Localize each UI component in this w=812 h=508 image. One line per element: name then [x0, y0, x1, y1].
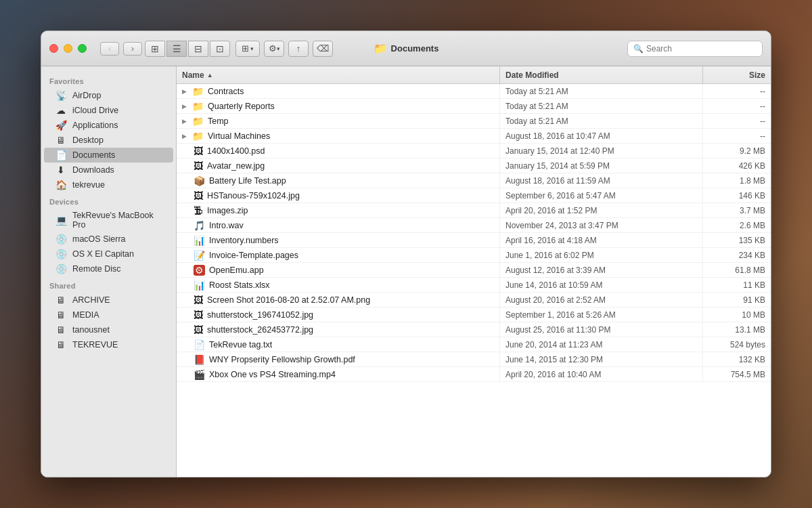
file-name-cell: 📊 Inventory.numbers [177, 233, 500, 247]
sidebar-item-osx[interactable]: 💿 OS X El Capitan [44, 247, 173, 261]
search-input[interactable] [646, 44, 757, 54]
file-date-cell: April 16, 2016 at 4:18 AM [500, 233, 703, 247]
gear-icon: ⚙ [269, 43, 277, 54]
sidebar-item-tekrevue[interactable]: 🏠 tekrevue [44, 177, 173, 192]
sidebar-label-icloud: iCloud Drive [72, 106, 118, 115]
main-content: Favorites 📡 AirDrop ☁ iCloud Drive 🚀 App… [41, 66, 771, 477]
close-button[interactable] [49, 44, 58, 53]
size-col-label: Size [749, 70, 765, 80]
arrange-button[interactable]: ⊞ ▾ [235, 41, 260, 57]
table-row[interactable]: ▶ 📁 Quarterly Reports Today at 5:21 AM -… [177, 99, 771, 114]
sort-arrow-icon: ▲ [207, 72, 213, 79]
file-name-cell: 📦 Battery Life Test.app [177, 173, 500, 188]
sidebar-icon-remote: 💿 [55, 263, 67, 274]
column-view-icon: ⊟ [194, 43, 202, 54]
back-button[interactable]: ‹ [100, 42, 119, 56]
table-row[interactable]: 🖼 Screen Shot 2016-08-20 at 2.52.07 AM.p… [177, 293, 771, 308]
size-column-header[interactable]: Size [703, 66, 771, 83]
sidebar-item-documents[interactable]: 📄 Documents [44, 148, 173, 163]
forward-icon: › [131, 44, 134, 54]
file-date-cell: September 1, 2016 at 5:26 AM [500, 308, 703, 322]
sidebar-item-archive[interactable]: 🖥 ARCHIVE [44, 293, 173, 308]
shared-header: Shared [41, 276, 176, 293]
sidebar-icon-downloads: ⬇ [55, 165, 67, 175]
sidebar-item-macbook[interactable]: 💻 TekRevue's MacBook Pro [44, 209, 173, 232]
table-row[interactable]: ▶ 📁 Temp Today at 5:21 AM -- [177, 114, 771, 129]
sidebar-item-applications[interactable]: 🚀 Applications [44, 118, 173, 133]
coverflow-view-button[interactable]: ⊡ [210, 41, 230, 57]
file-size-cell: 11 KB [703, 278, 771, 292]
coverflow-view-icon: ⊡ [216, 43, 224, 54]
sidebar-label-macbook: TekRevue's MacBook Pro [72, 211, 165, 230]
toolbar-nav: ‹ › [100, 42, 142, 56]
table-row[interactable]: 📊 Inventory.numbers April 16, 2016 at 4:… [177, 233, 771, 248]
table-row[interactable]: 🎵 Intro.wav November 24, 2013 at 3:47 PM… [177, 218, 771, 233]
file-name-cell: 🖼 HSTanous-759x1024.jpg [177, 188, 500, 203]
table-row[interactable]: 🖼 shutterstock_196741052.jpg September 1… [177, 308, 771, 322]
sidebar-label-tekrevue: tekrevue [72, 180, 105, 190]
sidebar-item-downloads[interactable]: ⬇ Downloads [44, 163, 173, 177]
list-view-button[interactable]: ☰ [166, 41, 187, 57]
column-view-button[interactable]: ⊟ [188, 41, 208, 57]
minimize-button[interactable] [64, 44, 72, 53]
sidebar-item-airdrop[interactable]: 📡 AirDrop [44, 88, 173, 103]
file-date-cell: June 1, 2016 at 6:02 PM [500, 248, 703, 262]
sidebar-item-desktop[interactable]: 🖥 Desktop [44, 133, 173, 148]
action-button[interactable]: ⚙ ▾ [264, 41, 284, 57]
sidebar-label-tanousnet: tanousnet [72, 325, 110, 335]
sidebar-label-osx: OS X El Capitan [72, 249, 134, 259]
table-row[interactable]: ▶ 📁 Contracts Today at 5:21 AM -- [177, 84, 771, 99]
sidebar-icon-tanousnet: 🖥 [55, 324, 67, 335]
table-row[interactable]: ▶ 📁 Virtual Machines August 18, 2016 at … [177, 129, 771, 144]
table-row[interactable]: 🖼 HSTanous-759x1024.jpg September 6, 201… [177, 188, 771, 203]
table-row[interactable]: 📦 Battery Life Test.app August 18, 2016 … [177, 173, 771, 188]
table-row[interactable]: 🖼 1400x1400.psd January 15, 2014 at 12:4… [177, 144, 771, 158]
date-column-header[interactable]: Date Modified [500, 66, 703, 83]
sidebar-item-media[interactable]: 🖥 MEDIA [44, 308, 173, 322]
file-type-icon: 📊 [194, 235, 205, 246]
file-date-cell: November 24, 2013 at 3:47 PM [500, 218, 703, 232]
sidebar-shared: 🖥 ARCHIVE 🖥 MEDIA 🖥 tanousnet 🖥 TEKREVUE [41, 293, 176, 352]
table-row[interactable]: 🖼 Avatar_new.jpg January 15, 2014 at 5:5… [177, 158, 771, 173]
search-bar[interactable]: 🔍 [627, 41, 763, 57]
table-row[interactable]: 🖼 shutterstock_262453772.jpg August 25, … [177, 322, 771, 337]
table-row[interactable]: 📝 Invoice-Template.pages June 1, 2016 at… [177, 248, 771, 263]
file-name-cell: 📊 Roost Stats.xlsx [177, 278, 500, 292]
sidebar-label-documents: Documents [72, 150, 115, 160]
sidebar-item-macos[interactable]: 💿 macOS Sierra [44, 232, 173, 247]
file-size-cell: 146 KB [703, 188, 771, 203]
sidebar-label-downloads: Downloads [72, 165, 114, 175]
sidebar-item-remote[interactable]: 💿 Remote Disc [44, 261, 173, 276]
table-row[interactable]: 🎬 Xbox One vs PS4 Streaming.mp4 April 20… [177, 367, 771, 382]
table-row[interactable]: 📕 WNY Propserity Fellowship Growth.pdf J… [177, 352, 771, 367]
icon-view-button[interactable]: ⊞ [145, 41, 165, 57]
file-name-cell: ▶ 📁 Contracts [177, 84, 500, 98]
table-row[interactable]: 🗜 Images.zip April 20, 2016 at 1:52 PM 3… [177, 203, 771, 218]
title-folder-icon: 📁 [374, 42, 387, 55]
forward-button[interactable]: › [123, 42, 142, 56]
sidebar-item-tekrevue2[interactable]: 🖥 TEKREVUE [44, 337, 173, 352]
sidebar-icon-osx: 💿 [55, 249, 67, 259]
name-column-header[interactable]: Name ▲ [177, 66, 500, 83]
file-name-text: Images.zip [207, 206, 248, 215]
sidebar-label-remote: Remote Disc [72, 264, 121, 274]
file-name-text: WNY Propserity Fellowship Growth.pdf [209, 355, 355, 364]
table-row[interactable]: 📄 TekRevue tag.txt June 20, 2014 at 11:2… [177, 337, 771, 352]
sidebar-icon-airdrop: 📡 [55, 90, 67, 101]
sidebar-item-icloud[interactable]: ☁ iCloud Drive [44, 103, 173, 118]
file-name-text: 1400x1400.psd [207, 146, 265, 156]
table-row[interactable]: 📊 Roost Stats.xlsx June 14, 2016 at 10:5… [177, 278, 771, 293]
maximize-button[interactable] [78, 44, 87, 53]
back-icon: ‹ [108, 44, 111, 54]
file-name-text: Invoice-Template.pages [209, 251, 298, 260]
file-size-cell: 61.8 MB [703, 263, 771, 277]
share-button[interactable]: ↑ [288, 41, 309, 57]
file-type-icon: 📁 [192, 101, 204, 112]
table-row[interactable]: ⚙ OpenEmu.app August 12, 2016 at 3:39 AM… [177, 263, 771, 278]
file-size-cell: 13.1 MB [703, 322, 771, 337]
sidebar-icon-tekrevue2: 🖥 [55, 339, 67, 350]
sidebar-icon-icloud: ☁ [55, 105, 67, 116]
edit-button[interactable]: ⌫ [313, 41, 333, 57]
expand-arrow-icon: ▶ [182, 118, 187, 125]
sidebar-item-tanousnet[interactable]: 🖥 tanousnet [44, 322, 173, 337]
